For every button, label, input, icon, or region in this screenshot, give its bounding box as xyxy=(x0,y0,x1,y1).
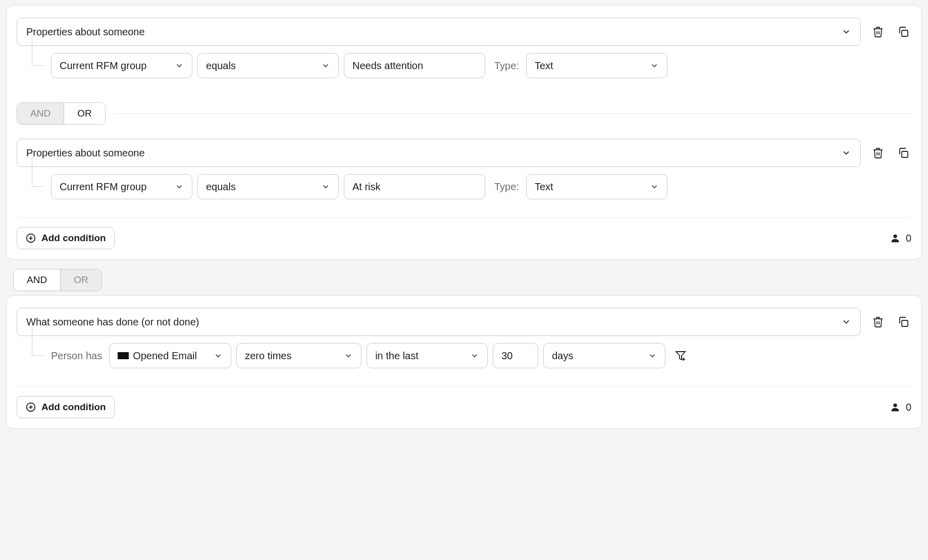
svg-point-5 xyxy=(893,235,897,238)
person-icon xyxy=(890,233,901,244)
svg-rect-0 xyxy=(902,30,908,36)
event-type-icon xyxy=(118,352,129,359)
condition-header: Properties about someone xyxy=(17,18,911,46)
condition-detail-row: Current RFM group equals At risk Type: T… xyxy=(24,174,911,199)
value-text: At risk xyxy=(352,181,381,193)
inner-join-or-option[interactable]: OR xyxy=(64,103,105,124)
delete-condition-button[interactable] xyxy=(870,24,886,40)
value-text: Needs attention xyxy=(352,60,423,72)
operator-label: equals xyxy=(206,181,236,193)
chevron-down-icon xyxy=(841,148,851,158)
condition-kind-label: Properties about someone xyxy=(26,26,145,38)
svg-rect-1 xyxy=(902,151,908,157)
value-type-label: Text xyxy=(535,60,553,72)
condition-kind-select[interactable]: Properties about someone xyxy=(17,139,861,167)
condition-group: What someone has done (or not done) Pers… xyxy=(6,295,922,429)
condition-header: Properties about someone xyxy=(17,139,911,167)
range-select[interactable]: in the last xyxy=(367,343,488,368)
condition-header: What someone has done (or not done) xyxy=(17,308,911,336)
add-condition-button[interactable]: Add condition xyxy=(17,396,115,418)
condition-kind-select[interactable]: What someone has done (or not done) xyxy=(17,308,861,336)
property-select[interactable]: Current RFM group xyxy=(51,174,192,199)
type-prefix-label: Type: xyxy=(494,60,519,72)
add-condition-label: Add condition xyxy=(41,233,106,244)
property-label: Current RFM group xyxy=(60,60,146,72)
group-footer: Add condition 0 xyxy=(17,217,911,249)
property-label: Current RFM group xyxy=(60,181,146,193)
condition-kind-select[interactable]: Properties about someone xyxy=(17,18,861,46)
value-type-select[interactable]: Text xyxy=(526,174,667,199)
group-footer: Add condition 0 xyxy=(17,386,911,418)
property-select[interactable]: Current RFM group xyxy=(51,53,192,78)
event-label-wrapper: Opened Email xyxy=(118,350,197,362)
chevron-down-icon xyxy=(175,61,184,70)
unit-select[interactable]: days xyxy=(543,343,665,368)
number-value: 30 xyxy=(501,350,512,362)
person-has-label: Person has xyxy=(51,350,102,362)
group-count-value: 0 xyxy=(906,402,911,413)
divider-line xyxy=(114,114,911,114)
chevron-down-icon xyxy=(344,351,353,360)
type-prefix-label: Type: xyxy=(494,181,519,193)
inner-join-and-option[interactable]: AND xyxy=(17,103,64,124)
plus-circle-icon xyxy=(25,402,36,413)
delete-condition-button[interactable] xyxy=(870,145,886,161)
operator-label: equals xyxy=(206,60,236,72)
add-condition-label: Add condition xyxy=(41,402,106,413)
group-count: 0 xyxy=(890,233,911,244)
value-input[interactable]: Needs attention xyxy=(344,53,485,78)
condition-kind-label: Properties about someone xyxy=(26,147,145,159)
chevron-down-icon xyxy=(321,182,330,191)
outer-join-toggle[interactable]: AND OR xyxy=(13,269,102,291)
add-condition-button[interactable]: Add condition xyxy=(17,227,115,249)
operator-select[interactable]: equals xyxy=(197,174,339,199)
times-label: zero times xyxy=(245,350,291,362)
times-select[interactable]: zero times xyxy=(236,343,362,368)
inner-join-row: AND OR xyxy=(17,102,911,125)
outer-join-and-option[interactable]: AND xyxy=(14,269,60,291)
unit-label: days xyxy=(552,350,573,362)
chevron-down-icon xyxy=(321,61,330,70)
chevron-down-icon xyxy=(470,351,479,360)
chevron-down-icon xyxy=(650,182,659,191)
duplicate-condition-button[interactable] xyxy=(895,314,911,330)
chevron-down-icon xyxy=(841,27,851,37)
group-count: 0 xyxy=(890,402,911,413)
number-input[interactable]: 30 xyxy=(493,343,538,368)
range-label: in the last xyxy=(375,350,419,362)
condition-group: Properties about someone Current RFM gro… xyxy=(6,5,922,260)
chevron-down-icon xyxy=(214,351,223,360)
person-icon xyxy=(890,402,901,413)
outer-join-or-option[interactable]: OR xyxy=(60,269,101,291)
chevron-down-icon xyxy=(841,317,851,327)
chevron-down-icon xyxy=(648,351,657,360)
add-filter-button[interactable] xyxy=(673,348,689,364)
condition-detail-row: Current RFM group equals Needs attention… xyxy=(24,53,911,78)
outer-join-row: AND OR xyxy=(13,269,102,291)
chevron-down-icon xyxy=(650,61,659,70)
condition-kind-label: What someone has done (or not done) xyxy=(26,316,199,328)
svg-point-13 xyxy=(893,404,897,407)
delete-condition-button[interactable] xyxy=(870,314,886,330)
value-type-select[interactable]: Text xyxy=(526,53,667,78)
plus-circle-icon xyxy=(25,233,36,244)
value-input[interactable]: At risk xyxy=(344,174,485,199)
inner-join-toggle[interactable]: AND OR xyxy=(17,102,106,125)
value-type-label: Text xyxy=(535,181,553,193)
svg-rect-6 xyxy=(902,320,908,326)
duplicate-condition-button[interactable] xyxy=(895,145,911,161)
duplicate-condition-button[interactable] xyxy=(895,24,911,40)
operator-select[interactable]: equals xyxy=(197,53,339,78)
event-select[interactable]: Opened Email xyxy=(109,343,231,368)
condition-detail-row: Person has Opened Email zero times in th… xyxy=(24,343,911,368)
group-count-value: 0 xyxy=(906,233,911,244)
event-label: Opened Email xyxy=(133,350,197,362)
chevron-down-icon xyxy=(175,182,184,191)
